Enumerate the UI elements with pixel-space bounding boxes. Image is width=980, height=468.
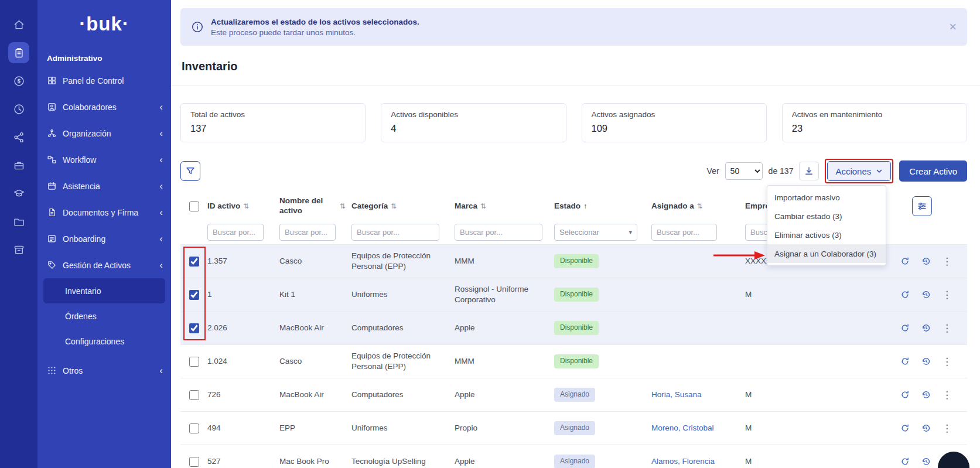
- row-checkbox[interactable]: [189, 257, 199, 267]
- history-icon[interactable]: [921, 256, 931, 267]
- cell-marca: Rossignol - Uniforme Corporativo: [455, 284, 554, 305]
- folder-icon[interactable]: [8, 211, 29, 232]
- sidebar-subitem-configuraciones[interactable]: Configuraciones: [37, 329, 171, 354]
- table-row[interactable]: 1 Kit 1 Uniformes Rossignol - Uniforme C…: [180, 278, 967, 311]
- row-checkbox[interactable]: [189, 290, 199, 300]
- more-options-icon[interactable]: ⋮: [942, 423, 952, 433]
- sidebar-item-onboarding[interactable]: Onboarding ‹: [37, 226, 171, 252]
- sort-icon[interactable]: ⇅: [697, 202, 703, 211]
- menu-item-importador-masivo[interactable]: Importador masivo: [767, 188, 886, 207]
- sort-icon[interactable]: ⇅: [480, 202, 486, 211]
- sidebar-item-organizacion[interactable]: Organización ‹: [37, 120, 171, 146]
- cell-marca: MMM: [455, 256, 554, 267]
- training-icon[interactable]: [8, 183, 29, 204]
- sidebar-item-label: Asistencia: [63, 182, 100, 191]
- assignee-link[interactable]: Horia, Susana: [651, 390, 702, 399]
- filter-button[interactable]: [180, 161, 200, 181]
- column-header-id[interactable]: ID activo⇅: [207, 201, 279, 211]
- stat-value: 4: [391, 123, 556, 134]
- briefcase-icon[interactable]: [8, 155, 29, 176]
- sort-icon[interactable]: ⇅: [340, 202, 346, 211]
- assignee-link[interactable]: Alamos, Florencia: [651, 457, 715, 466]
- stat-value: 23: [792, 123, 957, 134]
- more-options-icon[interactable]: ⋮: [942, 390, 952, 400]
- more-options-icon[interactable]: ⋮: [942, 323, 952, 333]
- icon-rail: [0, 0, 37, 468]
- column-header-asignado[interactable]: Asignado a⇅: [651, 201, 745, 211]
- crear-activo-button[interactable]: Crear Activo: [899, 160, 967, 182]
- more-options-icon[interactable]: ⋮: [942, 357, 952, 367]
- column-header-estado[interactable]: Estado↑: [554, 201, 651, 211]
- download-button[interactable]: [799, 162, 819, 180]
- sidebar-item-gestion-de-activos[interactable]: Gestión de Activos ‹: [37, 252, 171, 278]
- history-icon[interactable]: [921, 456, 931, 467]
- sidebar-item-label: Organización: [63, 129, 111, 138]
- sidebar-item-colaboradores[interactable]: Colaboradores ‹: [37, 94, 171, 120]
- time-icon[interactable]: [8, 98, 29, 119]
- filter-asignado-input[interactable]: [651, 224, 717, 241]
- acciones-button[interactable]: Acciones: [827, 161, 891, 181]
- table-row[interactable]: 1.024 Casco Equipos de Protección Person…: [180, 344, 967, 378]
- status-badge: Asignado: [554, 455, 595, 468]
- refresh-icon[interactable]: [900, 256, 910, 267]
- assignee-link[interactable]: Moreno, Cristobal: [651, 423, 714, 432]
- close-icon[interactable]: ×: [949, 21, 957, 33]
- assets-module-icon[interactable]: [8, 42, 29, 63]
- sidebar-item-label: Workflow: [63, 155, 96, 165]
- stat-label: Activos asignados: [592, 110, 757, 119]
- sidebar-subitem-ordenes[interactable]: Órdenes: [37, 303, 171, 329]
- table-row[interactable]: 726 MacBook Air Computadores Apple Asign…: [180, 378, 967, 411]
- history-icon[interactable]: [921, 423, 931, 433]
- row-checkbox[interactable]: [189, 390, 199, 400]
- row-checkbox[interactable]: [189, 457, 199, 467]
- column-header-marca[interactable]: Marca⇅: [455, 201, 554, 211]
- table-row[interactable]: 494 EPP Uniformes Propio Asignado Moreno…: [180, 411, 967, 445]
- history-icon[interactable]: [921, 390, 931, 400]
- archive-icon[interactable]: [8, 239, 29, 260]
- home-icon[interactable]: [8, 14, 29, 35]
- sidebar-item-workflow[interactable]: Workflow ‹: [37, 146, 171, 173]
- sidebar-item-panel-de-control[interactable]: Panel de Control: [37, 67, 171, 94]
- sidebar-item-otros[interactable]: Otros ‹: [37, 357, 171, 384]
- history-icon[interactable]: [921, 356, 931, 367]
- refresh-icon[interactable]: [900, 356, 910, 367]
- refresh-icon[interactable]: [900, 323, 910, 333]
- banner-title: Actualizaremos el estado de los activos …: [211, 18, 419, 26]
- sidebar-subitem-inventario[interactable]: Inventario: [43, 278, 165, 303]
- more-options-icon[interactable]: ⋮: [942, 290, 952, 300]
- row-checkbox[interactable]: [189, 423, 199, 433]
- menu-item-eliminar-activos[interactable]: Eliminar activos (3): [767, 226, 886, 244]
- sort-icon[interactable]: ⇅: [243, 202, 249, 211]
- payroll-icon[interactable]: [8, 70, 29, 91]
- sort-asc-icon[interactable]: ↑: [583, 202, 587, 211]
- cell-empresa: M: [745, 289, 833, 300]
- more-options-icon[interactable]: ⋮: [942, 257, 952, 267]
- select-all-checkbox[interactable]: [189, 201, 199, 211]
- refresh-icon[interactable]: [900, 390, 910, 400]
- history-icon[interactable]: [921, 323, 931, 333]
- info-banner: Actualizaremos el estado de los activos …: [180, 8, 967, 46]
- page-size-select[interactable]: 50: [725, 162, 763, 180]
- table-row[interactable]: 2.026 MacBook Air Computadores Apple Dis…: [180, 311, 967, 344]
- column-header-nombre[interactable]: Nombre del activo⇅: [279, 196, 351, 216]
- filter-categoria-input[interactable]: [351, 224, 439, 241]
- filter-marca-input[interactable]: [455, 224, 542, 241]
- menu-item-cambiar-estado[interactable]: Cambiar estado (3): [767, 207, 886, 226]
- filter-id-input[interactable]: [207, 224, 264, 241]
- refresh-icon[interactable]: [900, 456, 910, 467]
- filter-nombre-input[interactable]: [279, 224, 336, 241]
- column-header-categoria[interactable]: Categoría⇅: [351, 201, 455, 211]
- filter-estado-select[interactable]: Seleccionar▾: [554, 224, 637, 241]
- talent-icon[interactable]: [8, 127, 29, 148]
- refresh-icon[interactable]: [900, 289, 910, 300]
- row-checkbox[interactable]: [189, 323, 199, 333]
- refresh-icon[interactable]: [900, 423, 910, 433]
- history-icon[interactable]: [921, 289, 931, 300]
- sidebar-item-documentos-y-firma[interactable]: Documentos y Firma ‹: [37, 199, 171, 226]
- menu-item-asignar-colaborador[interactable]: Asignar a un Colaborador (3): [767, 244, 886, 263]
- sidebar-item-asistencia[interactable]: Asistencia ‹: [37, 173, 171, 199]
- sort-icon[interactable]: ⇅: [391, 202, 397, 211]
- column-settings-button[interactable]: [912, 196, 932, 216]
- table-row[interactable]: 527 Mac Book Pro Tecnología UpSelling Ap…: [180, 445, 967, 468]
- row-checkbox[interactable]: [189, 357, 199, 367]
